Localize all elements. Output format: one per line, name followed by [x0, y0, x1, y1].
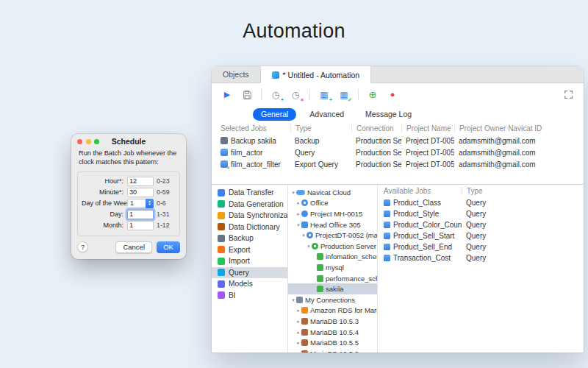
- tree-item-projectdt-0052[interactable]: ▾ProjectDT-0052 (marybro...: [288, 230, 377, 241]
- help-button[interactable]: ?: [77, 241, 88, 252]
- tree-item-amazon-rds[interactable]: ▸Amazon RDS for Maria...: [288, 305, 377, 316]
- toolbar-separator: [309, 89, 310, 100]
- stepper-icon[interactable]: ▲ ▼: [146, 199, 154, 208]
- tree-item-project-mh-0015[interactable]: ▸Project MH-0015: [288, 208, 377, 219]
- tree-item-infomation-schema[interactable]: infomation_schema: [288, 252, 377, 263]
- tab-general[interactable]: General: [253, 108, 296, 121]
- tree-item-performance-schema[interactable]: performance_schema: [288, 273, 377, 284]
- tree-item-mariadb-10-5-8[interactable]: ▸MariaDB 10.5.8: [288, 348, 377, 353]
- chevron-right-icon[interactable]: ▸: [295, 308, 301, 313]
- sidebar-item-backup[interactable]: Backup: [212, 233, 287, 244]
- sidebar-item-data-generation[interactable]: Data Generation: [212, 199, 287, 210]
- sidebar-item-data-transfer[interactable]: Data Transfer: [212, 187, 287, 199]
- sidebar-item-data-synchronization[interactable]: Data Synchronization: [212, 210, 287, 222]
- list-item[interactable]: Product_Sell_End Query: [378, 241, 584, 252]
- expand-icon[interactable]: [562, 89, 574, 101]
- sidebar-item-export[interactable]: Export: [212, 244, 287, 256]
- record-icon[interactable]: ●: [387, 89, 398, 101]
- database-icon: [317, 275, 323, 282]
- col-available-jobs[interactable]: Available Jobs: [384, 187, 462, 195]
- day-row: Day: 1-31: [82, 210, 176, 219]
- tree-item-office[interactable]: ▸Office: [288, 198, 377, 209]
- dialog-buttons: ? Cancel OK: [71, 240, 186, 253]
- col-project-name[interactable]: Project Name: [401, 124, 454, 132]
- col-available-type[interactable]: Type: [462, 187, 584, 195]
- list-item[interactable]: Transaction_Cost Query: [378, 252, 584, 263]
- add-job-icon[interactable]: ▦ +: [318, 89, 330, 101]
- run-icon[interactable]: ▶: [221, 89, 233, 101]
- chevron-down-icon[interactable]: ▾: [306, 244, 312, 249]
- view-tabs: General Advanced Message Log: [212, 106, 584, 122]
- sidebar-item-bi[interactable]: BI: [212, 290, 287, 302]
- chevron-down-icon[interactable]: ▾: [290, 190, 296, 195]
- sidebar-item-import[interactable]: Import: [212, 255, 287, 267]
- tree-item-my-connections[interactable]: ▾My Connections: [288, 294, 377, 305]
- tab-advanced[interactable]: Advanced: [301, 108, 352, 121]
- query-job-icon: [384, 210, 390, 217]
- chevron-right-icon[interactable]: ▸: [295, 211, 301, 216]
- desktop: Automation Objects * Untitled - Automati…: [0, 0, 588, 368]
- tree-item-mariadb-10-5-3[interactable]: ▸MariaDB 10.5.3: [288, 316, 377, 327]
- day-input[interactable]: [127, 210, 154, 219]
- list-item[interactable]: Product_Style Query: [378, 208, 584, 219]
- tree-item-mysql[interactable]: mysql: [288, 262, 377, 273]
- sidebar-item-models[interactable]: Models: [212, 278, 287, 290]
- tab-message-log[interactable]: Message Log: [357, 108, 420, 121]
- save-icon[interactable]: [241, 89, 253, 101]
- tab-untitled-automation[interactable]: * Untitled - Automation: [260, 66, 371, 83]
- col-connection[interactable]: Connection: [351, 124, 401, 132]
- table-row[interactable]: film_actor Query Production Server Proje…: [212, 146, 584, 158]
- col-selected-jobs[interactable]: Selected Jobs: [220, 124, 290, 132]
- chevron-right-icon[interactable]: ▸: [295, 330, 301, 335]
- chevron-down-icon[interactable]: ▾: [301, 233, 306, 238]
- minimize-icon[interactable]: [86, 139, 91, 144]
- chevron-right-icon[interactable]: ▸: [295, 340, 301, 345]
- tab-objects[interactable]: Objects: [212, 66, 260, 82]
- delete-schedule-icon[interactable]: ◷ ×: [290, 89, 301, 101]
- chevron-down-icon[interactable]: ▾: [290, 297, 296, 302]
- col-type[interactable]: Type: [290, 124, 351, 132]
- import-icon: [218, 258, 225, 265]
- tree-item-navicat-cloud[interactable]: ▾Navicat Cloud: [288, 187, 377, 198]
- query-job-icon: [384, 255, 390, 261]
- sidebar-item-query[interactable]: Query: [212, 267, 287, 279]
- document-tabbar: Objects * Untitled - Automation: [212, 66, 584, 83]
- list-item[interactable]: Product_Sell_Start Query: [378, 230, 584, 241]
- minute-input[interactable]: [127, 188, 154, 197]
- col-owner[interactable]: Project Owner Navicat ID: [454, 124, 584, 132]
- day-of-week-stepper[interactable]: 1 ▲ ▼: [127, 199, 154, 208]
- tree-item-mariadb-10-5-4[interactable]: ▸MariaDB 10.5.4: [288, 327, 377, 338]
- table-row[interactable]: film_actor_filter Export Query Productio…: [212, 158, 584, 170]
- table-row[interactable]: Backup sakila Backup Production Server P…: [212, 135, 584, 146]
- hour-label: Hour*:: [82, 177, 127, 185]
- verify-job-icon[interactable]: ▦ ✓: [338, 89, 350, 101]
- database-icon: [317, 286, 323, 292]
- tree-item-mariadb-10-5-5[interactable]: ▸MariaDB 10.5.5: [288, 337, 377, 348]
- query-job-icon: [384, 233, 390, 239]
- close-icon[interactable]: [77, 139, 82, 144]
- data-synchronization-icon: [218, 212, 225, 219]
- zoom-icon[interactable]: [94, 139, 99, 144]
- chevron-right-icon[interactable]: ▸: [295, 319, 301, 324]
- tree-item-production-server[interactable]: ▾Production Server: [288, 241, 377, 252]
- chevron-right-icon[interactable]: ▸: [295, 200, 301, 205]
- data-transfer-icon: [218, 189, 225, 197]
- chevron-right-icon[interactable]: ▸: [295, 351, 301, 353]
- hour-input[interactable]: [127, 177, 154, 186]
- ok-button[interactable]: OK: [157, 241, 180, 253]
- chevron-down-icon[interactable]: ▾: [295, 222, 301, 227]
- minute-range: 0-59: [157, 188, 170, 196]
- jobs-table-header: Selected Jobs Type Connection Project Na…: [212, 122, 584, 135]
- day-of-week-label: Day of the Week:: [82, 199, 127, 207]
- set-schedule-icon[interactable]: ◷ +: [270, 89, 282, 101]
- list-item[interactable]: Product_Color_Count Query: [378, 219, 584, 230]
- project-icon: [301, 210, 308, 217]
- add-icon[interactable]: ⊕: [367, 89, 379, 101]
- sidebar-item-data-dictionary[interactable]: Data Dictionary: [212, 222, 287, 233]
- cancel-button[interactable]: Cancel: [115, 241, 152, 253]
- list-item[interactable]: Product_Class Query: [378, 197, 584, 208]
- month-input[interactable]: [127, 221, 154, 230]
- bottom-split: Data Transfer Data Generation Data Synch…: [212, 184, 584, 353]
- tree-item-sakila[interactable]: sakila: [288, 283, 377, 294]
- tree-item-head-office-305[interactable]: ▾Head Office 305: [288, 219, 377, 230]
